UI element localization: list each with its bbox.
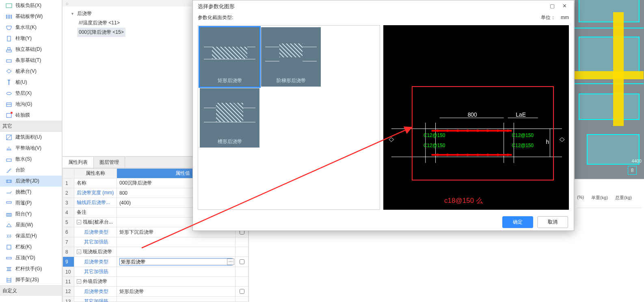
nav-item-dianceng[interactable]: 垫层(X) — [0, 88, 62, 99]
nav-label: 筏板负筋(X) — [15, 2, 41, 9]
prop-row[interactable]: 7其它加强筋 — [63, 237, 249, 247]
nav-item-tiaoyán[interactable]: 挑檐(T) — [0, 187, 62, 198]
dialog-titlebar[interactable]: 选择参数化图形 ▢ ✕ — [193, 0, 574, 13]
nav-label: 屋面(W) — [15, 222, 33, 228]
prop-value-cell[interactable] — [117, 237, 236, 247]
nav-item-jishuikeng[interactable]: 集水坑(K) — [0, 22, 62, 33]
prop-value-input[interactable] — [119, 258, 233, 265]
nav-item-jiaoshoujia[interactable]: 脚手架(JS) — [0, 274, 62, 285]
prop-name-cell: 其它加强筋 — [74, 237, 117, 247]
prop-row-number: 3 — [63, 198, 74, 208]
prop-value-cell[interactable] — [117, 247, 236, 257]
param-shape-dialog: 选择参数化图形 ▢ ✕ 参数化截面类型: 单位： mm 矩形后浇带 — [192, 0, 574, 231]
prop-value-cell[interactable]: 矩形后浇带 — [117, 287, 236, 297]
foundation-icon — [6, 46, 12, 53]
prop-extra-cell — [236, 267, 249, 277]
prop-row-checkbox[interactable] — [240, 259, 244, 264]
strip-icon — [6, 13, 12, 20]
prop-head-name: 属性名称 — [74, 169, 117, 178]
sidebar-group-title-custom: 自定义 — [0, 285, 62, 296]
apron-icon — [6, 156, 12, 163]
roof-icon — [6, 222, 12, 228]
thumb-step[interactable]: 阶梯形后浇带 — [261, 27, 321, 87]
sidebar-group-mid: 建筑面积(U) 平整场地(V) 散水(S) 台阶 后浇带(JD) 挑檐(T) 雨… — [0, 132, 62, 285]
nav-item-zhudun[interactable]: 柱墩(Y) — [0, 33, 62, 44]
nav-item-zhuantaimou[interactable]: 砖胎膜 — [0, 110, 62, 121]
nav-item-fabanfujin[interactable]: 筏板负筋(X) — [0, 0, 62, 11]
nav-item-zhuang[interactable]: 桩(U) — [0, 77, 62, 88]
prop-value-cell[interactable] — [117, 277, 236, 287]
pit-icon — [6, 24, 12, 31]
thumb-rect[interactable]: 矩形后浇带 — [200, 27, 259, 87]
pier-icon — [6, 35, 12, 42]
nav-item-houjiaodai[interactable]: 后浇带(JD) — [0, 176, 62, 187]
nav-label: 脚手架(JS) — [15, 276, 39, 283]
prop-row-number: 10 — [63, 267, 74, 277]
tree-child-1[interactable]: ///温度后浇带 <11> — [77, 18, 121, 28]
pile-icon — [6, 79, 12, 86]
thumb-label: 槽形后浇带 — [218, 136, 242, 148]
row-expander[interactable]: - — [77, 279, 81, 284]
window-maximize-icon[interactable]: ▢ — [546, 2, 558, 11]
canopy-icon — [6, 200, 12, 206]
tree-child-2[interactable]: 000沉降后浇带 <15> — [77, 28, 125, 37]
nav-item-taijie[interactable]: 台阶 — [0, 165, 62, 176]
row-expander[interactable]: - — [77, 250, 81, 254]
prop-name-cell: 后浇带宽度 (mm) — [74, 188, 117, 198]
tree-root[interactable]: 后浇带 — [69, 9, 93, 18]
prop-value-cell[interactable] — [117, 297, 236, 302]
prop-value-picker-button[interactable]: ⋯ — [227, 259, 234, 265]
nav-label: 桩(U) — [15, 79, 27, 86]
cancel-button[interactable]: 取消 — [537, 216, 568, 228]
nav-item-sanshui[interactable]: 散水(S) — [0, 154, 62, 165]
prop-row-checkbox[interactable] — [240, 289, 244, 294]
nav-item-dulizichu[interactable]: 独立基础(D) — [0, 44, 62, 55]
nav-item-baowenceng[interactable]: 保温层(H) — [0, 230, 62, 241]
prop-row[interactable]: 13其它加强筋 — [63, 297, 249, 302]
row-expander[interactable]: - — [77, 220, 81, 224]
sidebar-group-title-other: 其它 — [0, 121, 62, 132]
nav-item-yading[interactable]: 压顶(YD) — [0, 252, 62, 263]
prop-value-cell[interactable] — [117, 267, 236, 277]
prop-value-cell[interactable]: ⋯ — [117, 257, 236, 267]
prop-row[interactable]: 12后浇带类型矩形后浇带 — [63, 287, 249, 297]
tab-properties[interactable]: 属性列表 — [63, 157, 94, 168]
nav-label: 建筑面积(U) — [15, 134, 42, 141]
svg-rect-9 — [6, 159, 11, 161]
stripbase-icon — [6, 57, 12, 64]
nav-item-wumian[interactable]: 屋面(W) — [0, 219, 62, 230]
ok-button[interactable]: 确定 — [502, 216, 533, 228]
nav-item-langanfushou[interactable]: 栏杆扶手(G) — [0, 263, 62, 274]
thumbnail-panel: 矩形后浇带 阶梯形后浇带 槽形后浇带 — [198, 25, 380, 210]
window-close-icon[interactable]: ✕ — [558, 2, 571, 11]
drawing-canvas[interactable]: 4400 8 — [575, 0, 644, 179]
pilecap-icon — [6, 68, 12, 75]
nav-item-yupeng[interactable]: 雨篷(P) — [0, 198, 62, 209]
prop-name-cell: 后浇带类型 — [74, 257, 117, 267]
prop-row[interactable]: 11-外墙后浇带 — [63, 277, 249, 287]
nav-label: 后浇带(JD) — [15, 178, 39, 185]
nav-item-jichubandai[interactable]: 基础板带(W) — [0, 11, 62, 22]
nav-item-zhuangchengtai[interactable]: 桩承台(V) — [0, 66, 62, 77]
postcast-icon — [6, 178, 12, 185]
svg-rect-4 — [6, 60, 11, 62]
nav-item-lanban[interactable]: 栏板(K) — [0, 241, 62, 252]
prop-row[interactable]: 9后浇带类型⋯ — [63, 257, 249, 267]
tab-layers[interactable]: 图层管理 — [94, 157, 125, 168]
nav-item-yangtai[interactable]: 阳台(Y) — [0, 209, 62, 219]
prop-name-cell: 其它加强筋 — [74, 297, 117, 302]
prop-row-number: 7 — [63, 237, 74, 247]
prop-row[interactable]: 8-现浇板后浇带 — [63, 247, 249, 257]
col-pct: (%) — [577, 195, 584, 201]
nav-item-tiaoxingjichu[interactable]: 条形基础(T) — [0, 55, 62, 66]
prop-row-number: 11 — [63, 277, 74, 287]
prop-row[interactable]: 10其它加强筋 — [63, 267, 249, 277]
nav-label: 平整场地(V) — [15, 145, 41, 152]
prop-row-number: 1 — [63, 178, 74, 188]
svg-rect-0 — [6, 4, 12, 8]
nav-item-pingzhengchang[interactable]: 平整场地(V) — [0, 143, 62, 154]
thumb-slot[interactable]: 槽形后浇带 — [200, 88, 259, 148]
nav-item-jianzhumianji[interactable]: 建筑面积(U) — [0, 132, 62, 143]
new-badge-dot — [11, 112, 13, 114]
nav-item-digou[interactable]: 地沟(G) — [0, 99, 62, 110]
